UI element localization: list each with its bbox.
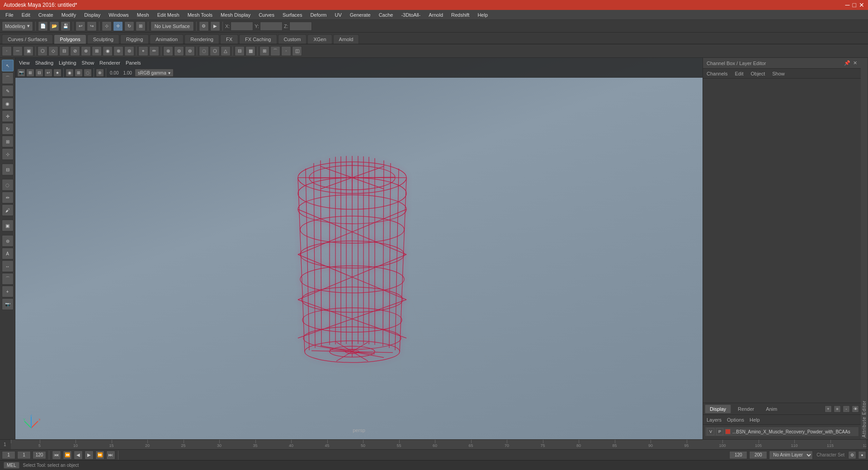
move-btn[interactable]: ✛ (2, 110, 14, 122)
scale-btn[interactable]: ⊞ (2, 136, 14, 147)
remesh-btn[interactable]: ⬡ (210, 46, 220, 56)
layer-color-swatch[interactable] (725, 429, 731, 434)
vp-xray-btn[interactable]: ◌ (84, 69, 92, 77)
snap-to-poly-btn[interactable]: ▣ (2, 220, 14, 231)
menu-create[interactable]: Create (35, 11, 57, 19)
layer-visibility-btn[interactable]: 👁 (852, 405, 859, 413)
menu-mesh[interactable]: Mesh (133, 11, 153, 19)
menu-edit[interactable]: Edit (18, 11, 34, 19)
z-input[interactable] (289, 22, 312, 31)
x-input[interactable] (231, 22, 253, 31)
anim-layer-select[interactable]: No Anim Layer (769, 451, 813, 460)
viewport-menu-panels[interactable]: Panels (126, 60, 141, 66)
combine-btn[interactable]: ⊛ (163, 46, 173, 56)
tab-sculpting[interactable]: Sculpting (87, 34, 119, 44)
tab-curves-surfaces[interactable]: Curves / Surfaces (2, 34, 53, 44)
vp-wireframe-btn[interactable]: ⊞ (75, 69, 83, 77)
total-frames-input[interactable] (749, 451, 767, 459)
play-back-btn[interactable]: ◀ (74, 451, 83, 460)
maximize-button[interactable]: □ (853, 1, 856, 9)
tab-custom[interactable]: Custom (278, 34, 307, 44)
rotate-btn[interactable]: ↻ (2, 123, 14, 135)
rp-tab-show[interactable]: Show (772, 71, 785, 76)
tab-arnold[interactable]: Arnold (333, 34, 359, 44)
vp-select-camera-btn[interactable]: 📷 (17, 69, 25, 77)
sculpt-geometry-btn[interactable]: ✏ (2, 192, 14, 203)
menu-windows[interactable]: Windows (105, 11, 132, 19)
play-forward-btn[interactable]: ▶ (85, 451, 94, 460)
step-forward-btn[interactable]: ⏩ (95, 451, 104, 460)
save-file-btn[interactable]: 💾 (61, 21, 71, 31)
new-file-btn[interactable]: 📄 (38, 21, 48, 31)
tab-fx-caching[interactable]: FX Caching (239, 34, 277, 44)
minimize-button[interactable]: ─ (845, 1, 850, 9)
target-weld-btn[interactable]: ⊜ (124, 46, 134, 56)
snap-point-btn[interactable]: · (281, 46, 291, 56)
vp-frame-all-btn[interactable]: ⊞ (26, 69, 34, 77)
layer-tab-render[interactable]: Render (733, 404, 759, 414)
layer-row[interactable]: V P ...BSN_Amino_X_Muscle_Recovery_Powde… (705, 427, 859, 437)
offset-edge-loop-btn[interactable]: ⊞ (92, 46, 102, 56)
merge-btn[interactable]: ⊗ (113, 46, 123, 56)
header-close-btn[interactable]: ✕ (853, 60, 857, 66)
soft-select-btn[interactable]: ◉ (2, 98, 14, 109)
lasso-select-btn[interactable]: ⌒ (2, 72, 14, 84)
xform-constraints-btn[interactable]: ⊜ (2, 235, 14, 247)
menu-3dtoall[interactable]: -3DtoAll- (397, 11, 424, 19)
layer-subtab-layers[interactable]: Layers (707, 417, 722, 423)
viewport-menu-show[interactable]: Show (82, 60, 94, 66)
mel-badge[interactable]: MEL (4, 462, 19, 469)
rp-tab-object[interactable]: Object (750, 71, 765, 76)
window-controls[interactable]: ─ □ ✕ (845, 1, 864, 9)
auto-key-btn[interactable]: ● (858, 451, 866, 459)
viewport-menu-shading[interactable]: Shading (35, 60, 53, 66)
current-frame-input[interactable] (17, 451, 31, 459)
menu-file[interactable]: File (2, 11, 17, 19)
render-btn[interactable]: ▶ (210, 21, 220, 31)
locator-btn[interactable]: + (2, 286, 14, 297)
character-set-options-btn[interactable]: ⚙ (848, 451, 856, 459)
measure-tool-btn[interactable]: ↔ (2, 260, 14, 272)
paint-weights-btn[interactable]: 🖌 (2, 204, 14, 216)
menu-cache[interactable]: Cache (375, 11, 397, 19)
snap-surface-btn[interactable]: ◫ (292, 46, 302, 56)
menu-redshift[interactable]: Redshift (448, 11, 473, 19)
bevel-btn[interactable]: ◇ (48, 46, 58, 56)
menu-arnold[interactable]: Arnold (425, 11, 447, 19)
sculpt-btn[interactable]: ✏ (149, 46, 159, 56)
vp-undo-view-btn[interactable]: ↩ (44, 69, 52, 77)
render-settings-btn[interactable]: ⚙ (199, 21, 209, 31)
tab-rendering[interactable]: Rendering (184, 34, 219, 44)
menu-mesh-tools[interactable]: Mesh Tools (184, 11, 216, 19)
rp-tab-channels[interactable]: Channels (707, 71, 727, 76)
menu-modify[interactable]: Modify (58, 11, 80, 19)
arc-tool-btn[interactable]: ⌒ (2, 273, 14, 285)
layer-options-btn[interactable]: ≡ (834, 405, 841, 413)
select-mode-btn[interactable]: ↖ (2, 60, 14, 71)
layer-add-btn[interactable]: + (825, 405, 832, 413)
layer-subtab-options[interactable]: Options (727, 417, 744, 423)
layer-subtab-help[interactable]: Help (750, 417, 760, 423)
soft-mod-btn[interactable]: ◌ (2, 179, 14, 191)
edge-select-btn[interactable]: ─ (13, 46, 23, 56)
y-input[interactable] (260, 22, 283, 31)
layer-tab-display[interactable]: Display (705, 404, 731, 414)
tab-rigging[interactable]: Rigging (120, 34, 149, 44)
snap-curve-btn[interactable]: ⌒ (270, 46, 280, 56)
viewport[interactable]: View Shading Lighting Show Renderer Pane… (15, 58, 703, 439)
uv-unfold-btn[interactable]: ⊟ (235, 46, 245, 56)
select-tool-btn[interactable]: ⊹ (102, 21, 112, 31)
range-end-input[interactable] (729, 451, 747, 459)
menu-mesh-display[interactable]: Mesh Display (217, 11, 254, 19)
scale-tool-btn[interactable]: ⊞ (136, 21, 146, 31)
menu-help[interactable]: Help (474, 11, 491, 19)
layer-tab-anim[interactable]: Anim (761, 404, 782, 414)
menu-generate[interactable]: Generate (346, 11, 374, 19)
move-tool-btn[interactable]: ✛ (113, 21, 123, 31)
split-poly-btn[interactable]: ⊘ (70, 46, 80, 56)
layer-visible-toggle[interactable]: V (707, 428, 714, 435)
open-file-btn[interactable]: 📂 (49, 21, 59, 31)
paint-select-btn[interactable]: ✎ (2, 85, 14, 97)
uv-layout-btn[interactable]: ▦ (245, 46, 255, 56)
mode-dropdown[interactable]: Modeling ▾ (2, 21, 33, 31)
